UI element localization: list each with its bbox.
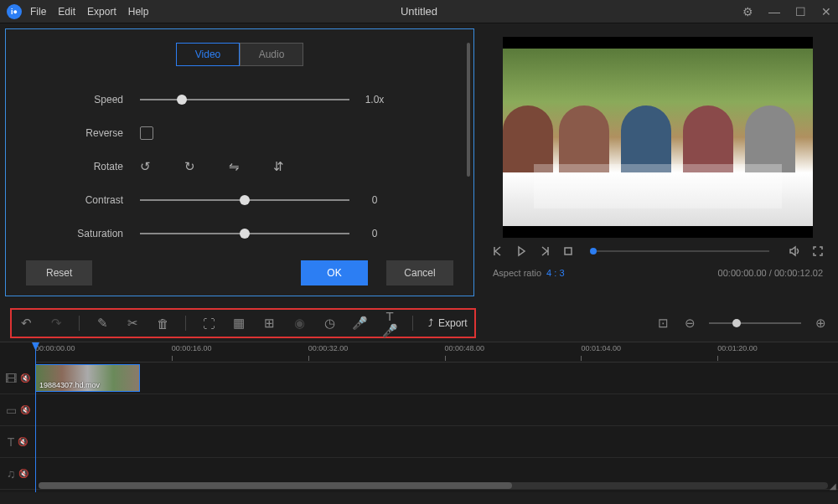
saturation-slider[interactable]	[140, 225, 349, 242]
horizontal-scrollbar[interactable]	[39, 482, 828, 489]
mosaic-icon[interactable]: ▦	[231, 316, 246, 331]
saturation-label: Saturation	[6, 228, 140, 239]
export-button[interactable]: ⤴ Export	[428, 317, 468, 329]
prev-frame-icon[interactable]	[491, 244, 504, 258]
aspect-ratio-label: Aspect ratio	[493, 268, 541, 278]
aspect-ratio-value[interactable]: 4 : 3	[546, 268, 564, 278]
flip-horizontal-icon[interactable]: ⇋	[229, 159, 240, 174]
ruler-tick: 00:00:00.00	[35, 344, 75, 352]
saturation-value: 0	[349, 228, 400, 239]
edit-dialog: Video Audio Speed 1.0x Reverse Rotate ↺ …	[5, 28, 474, 296]
minimize-icon[interactable]: —	[768, 5, 780, 18]
speed-slider[interactable]	[140, 91, 349, 108]
playhead[interactable]	[35, 342, 36, 492]
preview-panel: Aspect ratio 4 : 3 00:00:00.00 / 00:00:1…	[481, 23, 838, 305]
mute-icon[interactable]: 🔇	[20, 373, 30, 383]
flip-vertical-icon[interactable]: ⇵	[273, 159, 284, 174]
play-icon[interactable]	[515, 244, 528, 258]
record-icon[interactable]: ◉	[292, 316, 307, 331]
rotate-cw-icon[interactable]: ↻	[184, 159, 195, 174]
main-menu: File Edit Export Help	[30, 6, 148, 18]
cancel-button[interactable]: Cancel	[386, 260, 453, 285]
duration-icon[interactable]: ◷	[322, 316, 337, 331]
mute-icon[interactable]: 🔇	[20, 405, 30, 414]
delete-icon[interactable]: 🗑	[155, 316, 170, 331]
menu-export[interactable]: Export	[87, 6, 116, 18]
toolbar: ↶ ↷ ✎ ✂ 🗑 ⛶ ▦ ⊞ ◉ ◷ 🎤 T🎤 ⤴ Export ⊡ ⊖ ⊕	[0, 305, 838, 342]
ok-button[interactable]: OK	[301, 260, 368, 285]
reset-button[interactable]: Reset	[26, 260, 92, 285]
rotate-label: Rotate	[6, 161, 140, 172]
zoom-fit-icon[interactable]: ⊡	[655, 316, 670, 331]
menu-edit[interactable]: Edit	[58, 6, 75, 18]
time-ruler[interactable]: 00:00:00.00 00:00:16.00 00:00:32.00 00:0…	[35, 342, 838, 363]
audio-track-icon: ♫	[7, 467, 16, 481]
cut-icon[interactable]: ✂	[125, 316, 140, 331]
dialog-scrollbar[interactable]	[467, 43, 470, 177]
contrast-label: Contrast	[6, 194, 140, 206]
overlay-track-icon: ▭	[6, 404, 17, 417]
speed-value: 1.0x	[349, 94, 400, 105]
zoom-out-icon[interactable]: ⊖	[682, 316, 697, 331]
mute-icon[interactable]: 🔇	[18, 437, 28, 446]
video-track[interactable]: 19884307.hd.mov	[35, 363, 838, 393]
text-track[interactable]	[35, 426, 838, 457]
video-track-icon: 🎞	[5, 372, 17, 385]
export-icon: ⤴	[428, 317, 433, 329]
svg-rect-0	[565, 248, 572, 255]
close-icon[interactable]: ✕	[821, 5, 831, 18]
reverse-label: Reverse	[6, 127, 140, 139]
settings-icon[interactable]: ⚙	[742, 5, 753, 18]
contrast-slider[interactable]	[140, 192, 349, 208]
app-logo: i●	[7, 4, 22, 19]
redo-icon[interactable]: ↷	[49, 316, 64, 331]
maximize-icon[interactable]: ☐	[795, 5, 806, 18]
text-track-icon: T	[8, 435, 15, 449]
ruler-tick: 00:00:32.00	[308, 344, 349, 352]
next-frame-icon[interactable]	[538, 244, 551, 258]
toolbar-highlight: ↶ ↷ ✎ ✂ 🗑 ⛶ ▦ ⊞ ◉ ◷ 🎤 T🎤 ⤴ Export	[10, 308, 476, 338]
undo-icon[interactable]: ↶	[18, 316, 34, 331]
titlebar: i● File Edit Export Help Untitled ⚙ — ☐ …	[0, 0, 838, 23]
edit-icon[interactable]: ✎	[95, 316, 110, 331]
playback-time: 00:00:00.00 / 00:00:12.02	[718, 268, 823, 278]
stop-icon[interactable]	[561, 244, 575, 258]
menu-file[interactable]: File	[30, 6, 46, 18]
clip-filename: 19884307.hd.mov	[39, 381, 100, 389]
grid-icon[interactable]: ⊞	[261, 316, 277, 331]
zoom-slider[interactable]	[709, 322, 801, 324]
rotate-ccw-icon[interactable]: ↺	[140, 159, 151, 174]
speed-label: Speed	[6, 94, 140, 105]
ruler-tick: 00:00:16.00	[172, 344, 212, 352]
video-clip[interactable]: 19884307.hd.mov	[35, 364, 140, 392]
crop-icon[interactable]: ⛶	[201, 316, 216, 331]
text-to-speech-icon[interactable]: T🎤	[382, 309, 397, 338]
reverse-checkbox[interactable]	[140, 126, 153, 140]
window-title: Untitled	[401, 5, 437, 18]
volume-icon[interactable]	[788, 244, 801, 258]
export-label: Export	[438, 317, 468, 329]
voiceover-icon[interactable]: 🎤	[352, 316, 367, 331]
tab-audio[interactable]: Audio	[240, 43, 303, 66]
ruler-tick: 00:01:04.00	[581, 344, 621, 352]
zoom-in-icon[interactable]: ⊕	[813, 316, 828, 331]
timeline: 00:00:00.00 00:00:16.00 00:00:32.00 00:0…	[0, 342, 838, 492]
tab-video[interactable]: Video	[176, 43, 240, 66]
mute-icon[interactable]: 🔇	[18, 469, 28, 478]
ruler-tick: 00:00:48.00	[445, 344, 485, 352]
ruler-tick: 00:01:20.00	[717, 344, 758, 352]
menu-help[interactable]: Help	[128, 6, 149, 18]
resize-grip[interactable]: ◢	[830, 481, 836, 491]
fullscreen-icon[interactable]	[811, 244, 825, 258]
video-preview[interactable]	[503, 37, 813, 238]
playback-slider[interactable]	[593, 250, 769, 252]
overlay-track[interactable]	[35, 394, 838, 425]
contrast-value: 0	[349, 194, 400, 206]
